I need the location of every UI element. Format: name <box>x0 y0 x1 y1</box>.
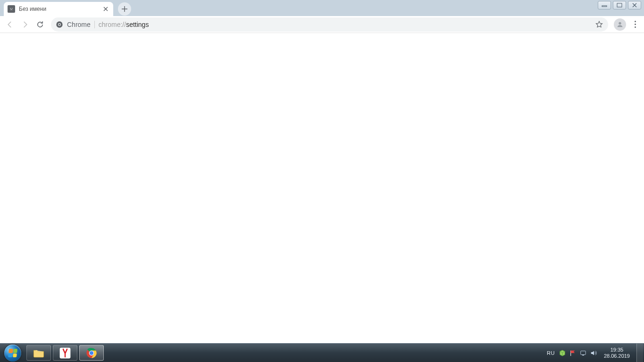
chrome-icon <box>85 346 98 360</box>
browser-toolbar: Chrome chrome://settings <box>0 16 644 33</box>
system-tray: RU 19:35 28.06.2019 <box>543 344 644 362</box>
svg-rect-3 <box>602 6 607 7</box>
svg-point-1 <box>10 8 11 9</box>
taskbar-app-yandex[interactable] <box>53 345 77 361</box>
window-controls <box>598 0 644 9</box>
omnibox[interactable]: Chrome chrome://settings <box>51 17 608 32</box>
network-icon[interactable] <box>579 349 587 357</box>
taskbar-app-chrome[interactable] <box>79 345 104 361</box>
profile-avatar-button[interactable] <box>614 18 626 31</box>
omnibox-url: chrome://settings <box>99 21 149 28</box>
volume-icon[interactable] <box>590 349 597 357</box>
omnibox-divider <box>94 21 95 28</box>
taskbar-app-explorer[interactable] <box>26 345 51 361</box>
svg-rect-0 <box>9 7 14 11</box>
windows-taskbar: RU 19:35 28.06.2019 <box>0 343 644 362</box>
window-close-button[interactable] <box>628 1 641 9</box>
omnibox-chip-label: Chrome <box>67 21 91 28</box>
clock-date: 28.06.2019 <box>604 353 630 359</box>
nav-forward-button[interactable] <box>18 17 32 32</box>
tray-icons <box>559 349 597 357</box>
start-button[interactable] <box>0 344 25 362</box>
flag-icon[interactable] <box>569 349 577 357</box>
show-desktop-button[interactable] <box>636 344 643 362</box>
svg-rect-14 <box>582 354 584 355</box>
window-minimize-button[interactable] <box>598 1 611 9</box>
cube-icon[interactable] <box>559 349 566 357</box>
browser-tabstrip: Без имени <box>0 0 644 16</box>
sad-face-icon <box>8 5 15 13</box>
folder-icon <box>32 346 45 360</box>
svg-rect-13 <box>581 351 586 354</box>
svg-point-2 <box>12 8 13 9</box>
browser-tab[interactable]: Без имени <box>4 2 113 16</box>
taskbar-clock[interactable]: 19:35 28.06.2019 <box>601 347 633 359</box>
clock-time: 19:35 <box>604 347 630 353</box>
svg-point-7 <box>59 24 60 25</box>
chrome-page-icon <box>56 21 63 28</box>
svg-point-12 <box>90 351 93 354</box>
language-indicator[interactable]: RU <box>547 350 555 356</box>
page-content-blank <box>0 33 644 343</box>
omnibox-url-prefix: chrome:// <box>99 21 126 28</box>
bookmark-star-icon[interactable] <box>595 20 603 29</box>
svg-rect-4 <box>617 3 622 7</box>
browser-menu-button[interactable] <box>629 17 641 32</box>
nav-back-button[interactable] <box>3 17 17 32</box>
omnibox-url-path: settings <box>126 21 149 28</box>
yandex-icon <box>59 346 72 360</box>
tab-title: Без имени <box>19 6 102 12</box>
new-tab-button[interactable] <box>118 2 131 16</box>
svg-point-8 <box>619 22 621 24</box>
nav-reload-button[interactable] <box>33 17 47 32</box>
window-maximize-button[interactable] <box>613 1 626 9</box>
windows-logo-icon <box>4 345 21 362</box>
close-tab-button[interactable] <box>102 5 109 13</box>
